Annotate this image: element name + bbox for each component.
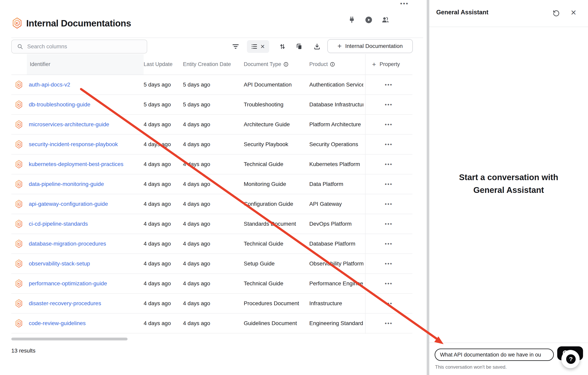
svg-text:K: K <box>18 262 20 265</box>
row-document-type: Architecture Guide <box>244 115 290 134</box>
table-row: K ci-cd-pipeline-standards 4 days ago 4 … <box>11 214 412 234</box>
column-header-document-type[interactable]: Document Type <box>244 54 289 75</box>
row-identifier-link[interactable]: api-gateway-configuration-guide <box>29 194 108 214</box>
svg-text:K: K <box>18 123 20 126</box>
documents-table: Identifier Last Update Entity Creation D… <box>11 54 412 333</box>
row-identifier-link[interactable]: disaster-recovery-procedures <box>29 294 101 313</box>
horizontal-scrollbar[interactable] <box>11 338 127 340</box>
view-toggle-pill[interactable]: ✕ <box>247 40 269 53</box>
row-identifier-link[interactable]: ci-cd-pipeline-standards <box>29 214 88 234</box>
add-property-button[interactable]: + Property <box>372 54 400 75</box>
close-panel-icon[interactable]: ✕ <box>570 8 577 17</box>
row-actions-button[interactable]: ••• <box>385 201 393 207</box>
row-last-update: 4 days ago <box>144 254 171 273</box>
row-actions-button[interactable]: ••• <box>385 141 393 148</box>
table-row: K kubernetes-deployment-best-practices 4… <box>11 154 412 174</box>
row-product: Data Platform <box>309 174 363 194</box>
row-last-update: 5 days ago <box>144 95 171 114</box>
row-actions-button[interactable]: ••• <box>385 300 393 307</box>
svg-text:K: K <box>18 83 20 86</box>
row-identifier-link[interactable]: performance-optimization-guide <box>29 274 107 293</box>
row-last-update: 4 days ago <box>144 135 171 154</box>
svg-text:K: K <box>18 302 20 305</box>
row-actions-button[interactable]: ••• <box>385 102 393 108</box>
info-icon <box>330 62 335 67</box>
panel-header-divider <box>429 27 588 27</box>
row-identifier-link[interactable]: security-incident-response-playbook <box>29 135 118 154</box>
row-identifier-link[interactable]: database-migration-procedures <box>29 234 106 254</box>
row-entity-creation-date: 4 days ago <box>183 115 210 134</box>
assistant-panel-title: General Assistant <box>436 9 488 16</box>
table-row: K auth-api-docs-v2 5 days ago 5 days ago… <box>11 75 412 95</box>
download-icon[interactable] <box>314 43 321 50</box>
row-document-type: API Documentation <box>244 75 292 94</box>
svg-text:K: K <box>18 282 20 285</box>
row-entity-creation-date: 4 days ago <box>183 254 210 273</box>
row-actions-button[interactable]: ••• <box>385 241 393 247</box>
column-header-entity-creation-date[interactable]: Entity Creation Date <box>183 54 231 75</box>
column-header-identifier[interactable]: Identifier <box>30 54 51 75</box>
row-document-type: Troubleshooting <box>244 95 284 114</box>
row-identifier-link[interactable]: auth-api-docs-v2 <box>29 75 70 94</box>
row-actions-button[interactable]: ••• <box>385 221 393 227</box>
svg-text:K: K <box>18 143 20 146</box>
row-last-update: 4 days ago <box>144 234 171 254</box>
row-product: Platform Architecture <box>309 115 363 134</box>
table-row: K api-gateway-configuration-guide 4 days… <box>11 194 412 214</box>
row-identifier-link[interactable]: code-review-guidelines <box>29 314 86 333</box>
table-row: K observability-stack-setup 4 days ago 4… <box>11 254 412 274</box>
column-header-last-update[interactable]: Last Update <box>144 54 173 75</box>
svg-text:K: K <box>18 222 20 225</box>
row-product: Database Platform <box>309 234 363 254</box>
table-row: K db-troubleshooting-guide 5 days ago 5 … <box>11 95 412 115</box>
row-actions-button[interactable]: ••• <box>385 82 393 88</box>
sort-icon[interactable] <box>279 43 286 50</box>
row-actions-button[interactable]: ••• <box>385 261 393 267</box>
row-identifier-link[interactable]: observability-stack-setup <box>29 254 90 273</box>
search-placeholder: Search columns <box>27 43 67 50</box>
people-icon[interactable] <box>382 16 389 23</box>
copy-icon[interactable] <box>296 43 303 50</box>
reset-conversation-icon[interactable] <box>552 10 560 17</box>
filter-icon[interactable] <box>232 43 239 50</box>
search-input[interactable]: Search columns <box>11 40 147 54</box>
play-icon[interactable] <box>365 16 372 23</box>
svg-text:K: K <box>16 21 19 25</box>
row-actions-button[interactable]: ••• <box>385 281 393 287</box>
svg-text:K: K <box>18 203 20 206</box>
row-actions-button[interactable]: ••• <box>385 320 393 327</box>
svg-text:K: K <box>18 163 20 166</box>
document-icon: K <box>15 140 22 149</box>
column-header-product[interactable]: Product <box>309 54 335 75</box>
results-count: 13 results <box>11 348 35 354</box>
row-actions-button[interactable]: ••• <box>385 181 393 187</box>
row-product: Observability Platform <box>309 254 363 273</box>
row-identifier-link[interactable]: microservices-architecture-guide <box>29 115 109 134</box>
row-product: Database Infrastructure <box>309 95 363 114</box>
question-mark-icon: ? <box>566 354 576 364</box>
row-entity-creation-date: 4 days ago <box>183 314 210 333</box>
document-icon: K <box>15 120 22 129</box>
row-document-type: Technical Guide <box>244 274 283 293</box>
table-row: K microservices-architecture-guide 4 day… <box>11 115 412 135</box>
row-actions-button[interactable]: ••• <box>385 121 393 128</box>
row-entity-creation-date: 4 days ago <box>183 154 210 174</box>
row-product: Performance Engineering <box>309 274 363 293</box>
row-identifier-link[interactable]: data-pipeline-monitoring-guide <box>29 174 104 194</box>
row-product: Engineering Standards <box>309 314 363 333</box>
row-actions-button[interactable]: ••• <box>385 161 393 167</box>
assistant-chat-input[interactable] <box>435 349 554 361</box>
list-view-icon <box>251 43 257 50</box>
row-entity-creation-date: 4 days ago <box>183 214 210 234</box>
row-identifier-link[interactable]: kubernetes-deployment-best-practices <box>29 154 123 174</box>
help-bubble[interactable]: ? <box>561 350 580 368</box>
clear-view-icon[interactable]: ✕ <box>260 43 265 50</box>
plug-icon[interactable] <box>348 16 355 23</box>
table-row: K disaster-recovery-procedures 4 days ag… <box>11 294 412 314</box>
more-options-icon[interactable]: ••• <box>399 0 410 7</box>
create-internal-documentation-button[interactable]: + Internal Documentation <box>327 39 413 53</box>
row-document-type: Technical Guide <box>244 154 283 174</box>
header-divider <box>11 38 423 38</box>
panel-resize-strip[interactable] <box>427 0 429 375</box>
row-identifier-link[interactable]: db-troubleshooting-guide <box>29 95 90 114</box>
